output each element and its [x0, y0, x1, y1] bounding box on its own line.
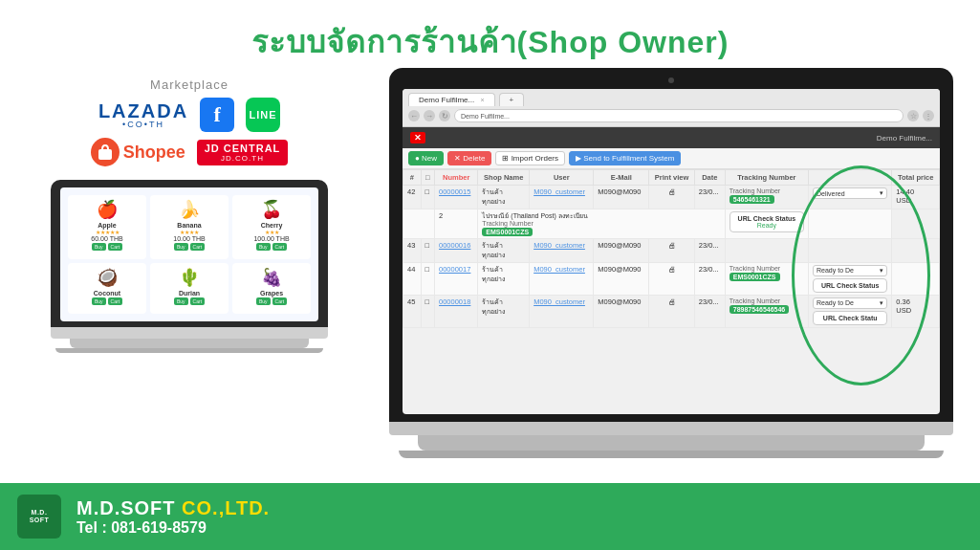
col-date: Date	[694, 170, 725, 186]
import-button[interactable]: ⊞ Import Orders	[495, 151, 565, 165]
user-44[interactable]: M090_customer	[534, 265, 585, 274]
cell-price-43	[892, 239, 940, 263]
status-dropdown-42[interactable]: Delivered ▾	[813, 187, 887, 199]
status-dropdown-44[interactable]: Ready to De ▾	[813, 265, 887, 276]
fruit-btn-buy2[interactable]: Buy	[174, 243, 188, 251]
fruit-btn-buy6[interactable]: Buy	[256, 297, 271, 305]
cell-print-45[interactable]: 🖨	[649, 295, 695, 327]
jd-logo: JD CENTRAL JD.CO.TH	[197, 140, 289, 165]
delete-button[interactable]: ✕ Delete	[447, 151, 491, 165]
fruit-btn-cart[interactable]: Cart	[108, 243, 122, 251]
cell-print[interactable]: 🖨	[649, 186, 695, 209]
new-button[interactable]: ● New	[408, 151, 444, 165]
col-num: #	[403, 170, 422, 186]
cell-num-44: 44	[403, 262, 422, 295]
cell-empty3	[809, 209, 892, 239]
app-bar: ✕ Demo Fulfilme...	[403, 127, 940, 148]
table-row-45: 45 □ 00000018 ร้านค้าทุกอย่าง M090_custo…	[403, 295, 940, 327]
order-link-44[interactable]: 00000017	[439, 265, 470, 274]
browser-forward-btn[interactable]: →	[424, 110, 435, 121]
fruit-btns-durian: Buy Cart	[174, 297, 205, 305]
new-tab-icon: +	[510, 96, 514, 104]
cell-print-43[interactable]: 🖨	[649, 239, 695, 263]
browser-tab-active[interactable]: Demo Fulfilme... ×	[408, 93, 495, 106]
small-laptop-stand	[70, 339, 309, 348]
cell-date-43: 23/0...	[694, 239, 725, 263]
user-link[interactable]: M090_customer	[534, 187, 585, 196]
col-price: Total price	[892, 170, 940, 186]
col-url-check	[809, 170, 892, 186]
cell-check-44[interactable]: □	[421, 262, 434, 295]
cell-url-check-42: Delivered ▾	[809, 186, 892, 209]
cell-user-43: M090_customer	[530, 239, 594, 263]
shop-name: ร้านค้าทุกอย่าง	[482, 188, 505, 205]
cell-date: 23/0...	[694, 186, 725, 209]
fruit-emoji-cherry: 🍒	[261, 199, 282, 220]
browser-back-btn[interactable]: ←	[408, 110, 420, 121]
fruit-card-apple: 🍎 Apple ★★★★★ 60.00 THB Buy Cart	[68, 195, 146, 259]
tab-close-icon[interactable]: ×	[480, 97, 484, 103]
cell-url-43	[809, 239, 892, 263]
content-row: Marketplace LAZADA •CO•TH f LINE	[0, 77, 980, 458]
browser-controls: ← → ↻ Demo Fulfilme... ☆ ⋮	[408, 109, 934, 122]
browser-refresh-btn[interactable]: ↻	[439, 110, 450, 121]
send-button[interactable]: ▶ Send to Fulfillment System	[569, 151, 681, 165]
fruit-emoji-durian: 🌵	[179, 267, 200, 288]
fruit-btn-cart2[interactable]: Cart	[190, 243, 205, 251]
tracking-label-44: Tracking Number	[730, 265, 804, 272]
status-dropdown-45[interactable]: Ready to De ▾	[813, 297, 887, 309]
fruit-name-grapes: Grapes	[260, 290, 283, 297]
cell-print-44[interactable]: 🖨	[649, 262, 695, 295]
fruit-emoji-banana: 🍌	[179, 199, 200, 220]
page-title: ระบบจัดการร้านค้า(Shop Owner)	[0, 17, 980, 66]
col-shop: Shop Name	[478, 170, 530, 186]
user-43[interactable]: M090_customer	[534, 241, 585, 250]
tracking-label-45: Tracking Number	[730, 297, 804, 304]
url-check-box-44: URL Check Status	[813, 278, 887, 293]
fruit-card-grapes: 🍇 Grapes Buy Cart	[232, 263, 311, 314]
fruit-card-durian: 🌵 Durian Buy Cart	[150, 263, 229, 314]
user-45[interactable]: M090_customer	[534, 297, 585, 306]
app-toolbar: ● New ✕ Delete ⊞ Import Orders ▶ Send to…	[403, 148, 940, 169]
large-laptop-base	[389, 422, 953, 435]
browser-chrome: Demo Fulfilme... × + ← → ↻	[403, 89, 940, 127]
fruit-emoji-coconut: 🥥	[97, 267, 118, 288]
cell-price-45: 0.36USD	[892, 295, 940, 327]
fruit-emoji-apple: 🍎	[97, 199, 118, 220]
fruit-btn-buy5[interactable]: Buy	[174, 297, 188, 305]
cell-check-43[interactable]: □	[421, 239, 434, 263]
line-logo: LINE	[246, 98, 280, 132]
jd-top: JD CENTRAL	[205, 143, 281, 154]
browser-url-bar[interactable]: Demo Fulfilme...	[454, 109, 904, 122]
cell-empty2: 2	[435, 209, 478, 239]
browser-menu-btn[interactable]: ⋮	[923, 110, 934, 121]
company-info: M.D.SOFT CO.,LTD. Tel : 081-619-8579	[76, 497, 270, 537]
browser-star-btn[interactable]: ☆	[907, 110, 919, 121]
cell-date-45: 23/0...	[694, 295, 725, 327]
facebook-logo: f	[200, 98, 234, 132]
order-link-43[interactable]: 00000016	[439, 241, 470, 250]
fruit-btn-buy3[interactable]: Buy	[256, 243, 271, 251]
cell-email-44: M090@M090	[594, 262, 649, 295]
fruit-emoji-grapes: 🍇	[261, 267, 282, 288]
order-link[interactable]: 00000015	[439, 187, 470, 196]
cell-user-44: M090_customer	[530, 262, 594, 295]
cell-url-44: Ready to De ▾ URL Check Status	[809, 262, 892, 295]
company-name: M.D.SOFT CO.,LTD.	[76, 497, 270, 519]
shopee-icon	[91, 138, 120, 166]
cell-check-45[interactable]: □	[421, 295, 434, 327]
fruit-btn-buy[interactable]: Buy	[92, 243, 106, 251]
cell-price-44	[892, 262, 940, 295]
browser-tab-new[interactable]: +	[499, 93, 525, 106]
fruit-btn-cart6[interactable]: Cart	[272, 297, 287, 305]
order-link-45[interactable]: 00000018	[439, 297, 470, 306]
fruit-stars-banana: ★★★★	[180, 229, 199, 235]
col-check: □	[421, 170, 434, 186]
cell-num-43: 43	[403, 239, 422, 263]
fruit-btn-cart4[interactable]: Cart	[108, 297, 122, 305]
fruit-btn-cart5[interactable]: Cart	[190, 297, 205, 305]
cell-check[interactable]: □	[421, 186, 434, 209]
cell-price-42: 14.40USD	[892, 186, 940, 209]
fruit-btn-buy4[interactable]: Buy	[92, 297, 106, 305]
fruit-btn-cart3[interactable]: Cart	[272, 243, 287, 251]
